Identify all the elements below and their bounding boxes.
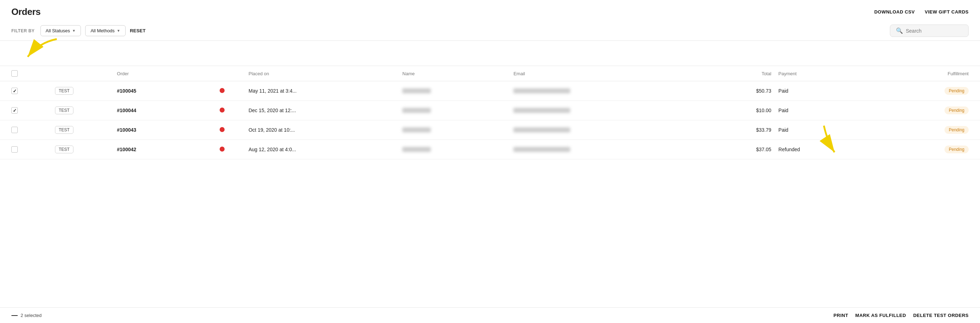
row-order-number: #100044 xyxy=(113,101,216,120)
row-fulfillment: Pending xyxy=(869,140,980,159)
row-email: ████████████████████ xyxy=(510,140,698,159)
th-placed: Placed on xyxy=(245,66,399,81)
row-total: $50.73 xyxy=(698,81,775,101)
row-checkbox-cell xyxy=(0,101,51,120)
all-statuses-label: All Statuses xyxy=(46,28,70,33)
page-title: Orders xyxy=(11,6,40,18)
filter-label: FILTER BY xyxy=(11,29,35,33)
row-email: ████████████████████ xyxy=(510,120,698,140)
row-checkbox-cell xyxy=(0,81,51,101)
row-name: ███████ xyxy=(399,101,510,120)
row-tag: TEST xyxy=(51,140,113,159)
search-box: 🔍 xyxy=(890,24,969,37)
row-status-dot xyxy=(216,101,245,120)
row-fulfillment: Pending xyxy=(869,101,980,120)
row-payment: Paid xyxy=(775,120,869,140)
th-tag xyxy=(51,66,113,81)
chevron-down-icon: ▼ xyxy=(117,29,120,33)
table-row[interactable]: TEST#100045May 11, 2021 at 3:4...███████… xyxy=(0,81,980,101)
row-order-number: #100043 xyxy=(113,120,216,140)
download-csv-link[interactable]: DOWNLOAD CSV xyxy=(874,9,915,14)
row-name: ███████ xyxy=(399,140,510,159)
orders-tbody: TEST#100045May 11, 2021 at 3:4...███████… xyxy=(0,81,980,159)
page: Orders DOWNLOAD CSV VIEW GIFT CARDS FILT… xyxy=(0,0,980,323)
mark-fulfilled-button[interactable]: MARK AS FULFILLED xyxy=(856,313,906,318)
bottom-bar: 2 selected PRINT MARK AS FULFILLED DELET… xyxy=(0,307,980,323)
dash-icon xyxy=(11,315,18,316)
row-total: $37.05 xyxy=(698,140,775,159)
row-fulfillment: Pending xyxy=(869,120,980,140)
top-bar-right: DOWNLOAD CSV VIEW GIFT CARDS xyxy=(874,9,969,14)
th-name: Name xyxy=(399,66,510,81)
th-checkbox xyxy=(0,66,51,81)
row-checkbox-cell xyxy=(0,140,51,159)
top-bar-left: Orders xyxy=(11,6,40,18)
view-gift-cards-link[interactable]: VIEW GIFT CARDS xyxy=(925,9,969,14)
all-statuses-dropdown[interactable]: All Statuses ▼ xyxy=(40,25,81,36)
all-methods-label: All Methods xyxy=(91,28,115,33)
row-checkbox-cell xyxy=(0,120,51,140)
th-total: Total xyxy=(698,66,775,81)
th-email: Email xyxy=(510,66,698,81)
row-name: ███████ xyxy=(399,120,510,140)
row-fulfillment: Pending xyxy=(869,81,980,101)
row-checkbox[interactable] xyxy=(11,88,18,94)
table-row[interactable]: TEST#100042Aug 12, 2020 at 4:0...███████… xyxy=(0,140,980,159)
chevron-down-icon: ▼ xyxy=(72,29,76,33)
row-checkbox[interactable] xyxy=(11,107,18,114)
th-dot xyxy=(216,66,245,81)
row-order-number: #100042 xyxy=(113,140,216,159)
row-placed-on: Oct 19, 2020 at 10:... xyxy=(245,120,399,140)
orders-table: Order Placed on Name Email Total Payment… xyxy=(0,66,980,159)
row-name: ███████ xyxy=(399,81,510,101)
row-tag: TEST xyxy=(51,81,113,101)
table-container: Order Placed on Name Email Total Payment… xyxy=(0,66,980,188)
row-checkbox[interactable] xyxy=(11,127,18,133)
select-all-checkbox[interactable] xyxy=(11,70,18,77)
row-email: ████████████████████ xyxy=(510,101,698,120)
print-button[interactable]: PRINT xyxy=(834,313,848,318)
row-total: $33.79 xyxy=(698,120,775,140)
row-payment: Refunded xyxy=(775,140,869,159)
row-placed-on: Aug 12, 2020 at 4:0... xyxy=(245,140,399,159)
filter-bar: FILTER BY All Statuses ▼ All Methods ▼ R… xyxy=(0,21,980,41)
row-status-dot xyxy=(216,120,245,140)
th-fulfillment: Fulfillment xyxy=(869,66,980,81)
selected-count-label: 2 selected xyxy=(21,313,41,318)
row-tag: TEST xyxy=(51,101,113,120)
delete-test-orders-button[interactable]: DELETE TEST ORDERS xyxy=(913,313,969,318)
top-bar: Orders DOWNLOAD CSV VIEW GIFT CARDS xyxy=(0,0,980,21)
arrow-annotation-1 xyxy=(11,35,67,64)
reset-button[interactable]: RESET xyxy=(130,28,145,33)
row-order-number: #100045 xyxy=(113,81,216,101)
row-tag: TEST xyxy=(51,120,113,140)
row-checkbox[interactable] xyxy=(11,146,18,153)
row-payment: Paid xyxy=(775,81,869,101)
annotation-area xyxy=(0,41,980,66)
th-payment: Payment xyxy=(775,66,869,81)
table-row[interactable]: TEST#100044Dec 15, 2020 at 12:...███████… xyxy=(0,101,980,120)
th-order: Order xyxy=(113,66,216,81)
selection-info: 2 selected xyxy=(11,313,41,318)
row-status-dot xyxy=(216,140,245,159)
search-input[interactable] xyxy=(906,28,963,34)
all-methods-dropdown[interactable]: All Methods ▼ xyxy=(85,25,126,36)
row-placed-on: May 11, 2021 at 3:4... xyxy=(245,81,399,101)
row-total: $10.00 xyxy=(698,101,775,120)
row-email: ████████████████████ xyxy=(510,81,698,101)
table-row[interactable]: TEST#100043Oct 19, 2020 at 10:...███████… xyxy=(0,120,980,140)
row-payment: Paid xyxy=(775,101,869,120)
row-status-dot xyxy=(216,81,245,101)
table-header: Order Placed on Name Email Total Payment… xyxy=(0,66,980,81)
row-placed-on: Dec 15, 2020 at 12:... xyxy=(245,101,399,120)
search-icon: 🔍 xyxy=(896,27,903,34)
